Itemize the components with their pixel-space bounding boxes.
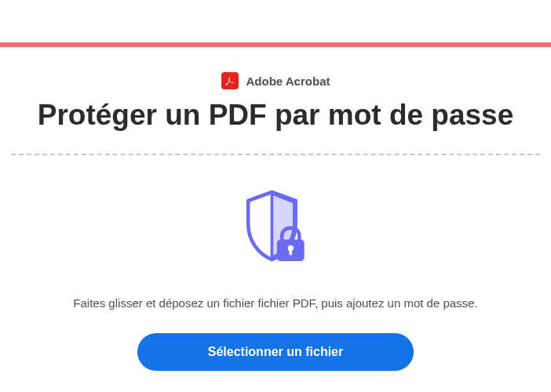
- page-title: Protéger un PDF par mot de passe: [0, 99, 551, 132]
- brand-label: Adobe Acrobat: [246, 74, 330, 88]
- shield-lock-icon: [0, 183, 551, 270]
- brand-row: Adobe Acrobat: [0, 72, 551, 89]
- top-bar: [0, 0, 551, 42]
- acrobat-glyph-icon: [224, 74, 236, 87]
- main-content: Adobe Acrobat Protéger un PDF par mot de…: [0, 47, 551, 371]
- select-file-button[interactable]: Sélectionner un fichier: [137, 333, 414, 371]
- dashed-divider: [11, 154, 540, 155]
- svg-rect-2: [289, 249, 292, 255]
- instructions-text: Faites glisser et déposez un fichier fic…: [0, 296, 551, 310]
- acrobat-icon: [221, 72, 239, 89]
